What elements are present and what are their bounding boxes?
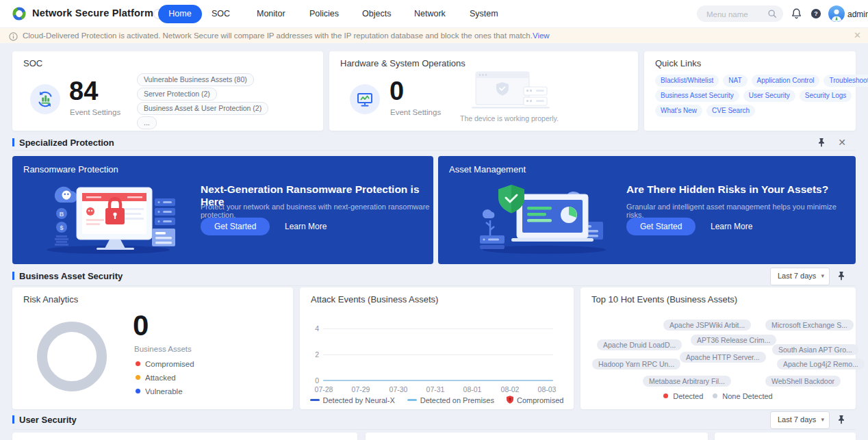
caret-down-icon [821,268,824,283]
hot-event-tag[interactable]: Microsoft Exchange S... [765,320,854,331]
network-secure-dashboard: Network Secure Platform 8.0.85 Home SOC … [0,0,868,440]
top-navigation-bar: Network Secure Platform 8.0.85 Home SOC … [0,0,868,28]
business-asset-time-range-select[interactable]: Last 7 days [770,268,830,285]
hot-event-tag[interactable]: Apache JSPWiki Arbit... [663,320,751,331]
user-security-card-placeholder [715,432,856,440]
hot-event-tag[interactable]: Apache HTTP Server... [680,352,766,363]
user-avatar[interactable] [828,5,845,25]
nav-system[interactable]: System [470,0,498,27]
user-security-time-range-select[interactable]: Last 7 days [770,411,830,429]
soc-tag-vulnerable-assets[interactable]: Vulnerable Business Assets (80) [137,73,254,86]
soc-event-count: 84 [69,77,98,105]
quick-link-blacklist-whitelist[interactable]: Blacklist/Whitelist [655,75,719,87]
business-asset-security-header: Business Asset Security [12,270,856,286]
section-accent-bar [12,138,14,146]
legend-detected-on-premises[interactable]: Detected on Premises [407,396,494,404]
hardware-card-title: Hardware & System Operations [340,58,465,68]
asset-management-banner: Asset Management [438,156,856,264]
soc-tag-asset-user-protection[interactable]: Business Asset & User Protection (2) [137,102,268,115]
brand-logo-icon [11,5,27,25]
vulnerable-label: Vulnerable [145,387,183,396]
ransomware-get-started-button[interactable]: Get Started [201,218,270,235]
device-status-text: The device is working properly. [451,114,567,123]
soc-tag-server-protection[interactable]: Server Protection (2) [137,88,217,101]
soc-tag-more[interactable]: ... [137,116,157,129]
soc-card: SOC 84 Event Settings Vulnerable Busines… [12,51,323,131]
notice-close-icon[interactable] [854,30,861,40]
user-security-header: User Security [12,413,856,430]
quick-link-nat[interactable]: NAT [723,75,747,87]
business-asset-security-title: Business Asset Security [19,271,123,281]
quick-link-application-control[interactable]: Application Control [752,75,820,87]
time-range-value: Last 7 days [778,412,816,427]
detected-label: Detected [673,392,703,400]
quick-link-user-security[interactable]: User Security [743,90,795,102]
nav-monitor[interactable]: Monitor [257,0,285,27]
notice-view-link[interactable]: View [533,31,550,40]
gridline [323,354,553,355]
soc-card-title: SOC [23,58,42,68]
x-tick-0729: 07-29 [346,385,376,393]
ransomware-protection-banner: Ransomware Protection B $ [12,156,433,264]
quick-link-business-asset-security[interactable]: Business Asset Security [655,90,739,102]
business-assets-count: 0 [133,312,149,339]
risk-analytics-title: Risk Analytics [23,294,78,305]
y-tick-2: 2 [307,350,319,359]
notice-message: Cloud-Delivered Protection is activated.… [23,31,533,40]
x-tick-0731: 07-31 [420,385,450,393]
quick-links-title: Quick Links [655,58,701,68]
username[interactable]: admin [847,10,868,19]
quick-link-troubleshooting[interactable]: Troubleshooting [824,75,868,87]
user-security-title: User Security [19,415,77,425]
legend-none-detected: None Detected [713,392,772,400]
section-accent-bar [12,272,14,280]
section-accent-bar [12,415,14,424]
notification-bell-icon[interactable] [791,8,802,23]
quick-link-whats-new[interactable]: What's New [655,105,702,117]
quick-link-security-logs[interactable]: Security Logs [800,90,852,102]
quick-links-row-1: Blacklist/Whitelist NAT Application Cont… [655,75,868,87]
ransomware-learn-more-button[interactable]: Learn More [285,218,327,235]
compromised-dot [136,361,140,366]
help-icon[interactable]: ? [810,8,821,22]
hot-event-tag[interactable]: Metabase Arbitrary Fil... [643,376,731,387]
legend-compromised[interactable]: Compromised [507,396,563,405]
risk-legend-vulnerable: Vulnerable 0 [136,387,283,396]
hot-event-tag[interactable]: Apache Druid LoadD... [597,339,682,350]
nav-policies[interactable]: Policies [309,0,339,27]
pin-icon[interactable] [837,271,845,283]
hot-event-tag[interactable]: APT36 Release Crim... [691,335,776,346]
legend-detected-by-neural-x[interactable]: Detected by Neural-X [310,396,395,404]
quick-link-cve-search[interactable]: CVE Search [706,105,755,117]
menu-search[interactable] [697,5,783,22]
attacked-label: Attacked [145,374,176,382]
nav-home[interactable]: Home [158,5,202,23]
hot-event-tag[interactable]: South Asian APT Gro... [772,344,858,355]
section-close-icon[interactable] [838,137,846,148]
hot-event-tag[interactable]: Apache Log4j2 Remo... [777,359,865,370]
hardware-event-icon [350,84,380,114]
nav-objects[interactable]: Objects [362,0,391,27]
hot-event-tag[interactable]: Hadoop Yarn RPC Un... [592,359,680,370]
ransomware-illustration: B $ [41,172,178,259]
top-hot-events-card: Top 10 Hot Events (Business Assets) Apac… [580,287,856,409]
nav-soc[interactable]: SOC [212,0,230,27]
svg-text:B: B [60,211,64,218]
neural-x-line-swatch [310,399,320,401]
quick-links-card: Quick Links Blacklist/Whitelist NAT Appl… [644,51,856,131]
user-security-card-placeholder [366,432,708,440]
asset-get-started-button[interactable]: Get Started [626,218,695,235]
pin-icon[interactable] [837,415,845,427]
asset-learn-more-button[interactable]: Learn More [711,218,752,235]
premises-line-swatch [407,399,417,401]
pin-icon[interactable] [817,138,826,150]
x-tick-0728: 07-28 [309,385,339,393]
hot-event-tag[interactable]: WebShell Backdoor [765,376,841,387]
search-input[interactable] [705,5,768,23]
compromised-label: Compromised [145,360,194,368]
x-tick-0730: 07-30 [383,385,413,393]
device-status-illustration [465,70,554,114]
soc-event-icon [30,84,60,114]
nav-network[interactable]: Network [414,0,446,27]
specialized-protection-header: Specialized Protection [12,136,856,151]
